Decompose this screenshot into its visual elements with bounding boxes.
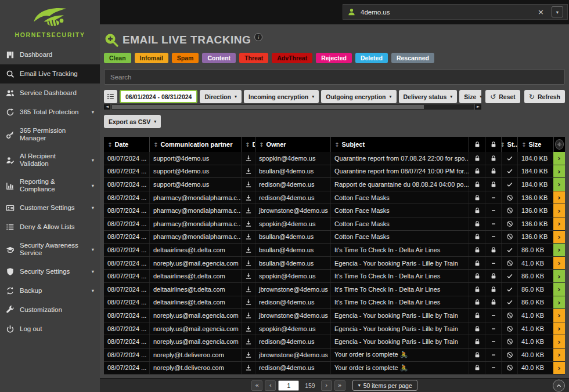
sidebar-item-reporting-compliance[interactable]: Reporting & Compliance ▾ (0, 173, 100, 198)
no-signature-icon (490, 207, 497, 214)
previous-page-button[interactable]: ‹ (265, 380, 276, 391)
scrollbar-thumb[interactable] (112, 105, 424, 109)
column-header-status[interactable]: ↕ St... (501, 137, 517, 152)
sidebar-item-backup[interactable]: Backup ▾ (0, 281, 100, 300)
filter-dropdown-incoming-encryption[interactable]: Incoming encryption ▾ (244, 90, 319, 103)
table-row[interactable]: 08/07/2024 ... pharmacy@mondialpharma.c.… (104, 217, 565, 231)
sidebar-item-dashboard[interactable]: Dashboard ▾ (0, 45, 100, 64)
column-header-partner[interactable]: ↕ Communication partner (149, 137, 241, 152)
sidebar-item-customer-settings[interactable]: Customer Settings ▾ (0, 198, 100, 217)
table-row[interactable]: 08/07/2024 ... deltaairlines@t.delta.com… (104, 283, 565, 296)
row-detail-button[interactable]: › (553, 244, 565, 256)
cell-direction (241, 152, 255, 165)
filter-chip-rescanned[interactable]: Rescanned (391, 53, 434, 63)
column-header-size[interactable]: ↕ Size (517, 137, 553, 152)
column-header-actions[interactable]: ↕ (553, 137, 565, 152)
row-detail-button[interactable]: › (553, 217, 565, 230)
reset-button[interactable]: ↺ Reset (485, 90, 520, 103)
table-row[interactable]: 08/07/2024 ... noreply.us@mail.egencia.c… (104, 309, 565, 322)
current-page-input[interactable] (278, 380, 299, 391)
table-row[interactable]: 08/07/2024 ... deltaairlines@t.delta.com… (104, 296, 565, 310)
column-header-direction[interactable]: ↕ Di... (241, 137, 255, 152)
sidebar-item-security-settings[interactable]: Security Settings ▾ (0, 262, 100, 281)
row-detail-button[interactable]: › (553, 270, 565, 282)
delivered-check-icon (506, 181, 513, 188)
sidebar-item-365-permission-manager[interactable]: 365 Permission Manager ▾ (0, 122, 100, 147)
sidebar-item-ai-recipient-validation[interactable]: AI Recipient Validation ▾ (0, 147, 100, 173)
sidebar-item-deny-allow-lists[interactable]: Deny & Allow Lists ▾ (0, 217, 100, 237)
info-icon[interactable]: i (254, 33, 262, 41)
row-detail-button[interactable]: › (553, 204, 565, 217)
scroll-right-icon[interactable]: ► (475, 104, 481, 110)
filter-dropdown-size[interactable]: Size ▾ (459, 90, 481, 103)
filter-chip-spam[interactable]: Spam (172, 53, 199, 63)
row-detail-button[interactable]: › (553, 362, 565, 375)
filter-chip-threat[interactable]: Threat (239, 53, 268, 63)
row-detail-button[interactable]: › (553, 283, 565, 296)
last-page-button[interactable]: » (334, 380, 345, 391)
sidebar-item-log-out[interactable]: Log out ▾ (0, 320, 100, 339)
sidebar-item-service-dashboard[interactable]: Service Dashboard ▾ (0, 84, 100, 103)
first-page-button[interactable]: « (251, 380, 262, 391)
scroll-to-top-button[interactable] (553, 379, 565, 391)
row-detail-button[interactable]: › (553, 191, 565, 204)
table-row[interactable]: 08/07/2024 ... noreply@t.deliveroo.com j… (104, 349, 565, 362)
encryption-lock-icon (474, 207, 481, 214)
row-detail-button[interactable]: › (553, 335, 565, 348)
export-csv-button[interactable]: Export as CSV ▾ (104, 115, 161, 128)
column-header-owner[interactable]: ↕ Owner (255, 137, 330, 152)
refresh-button[interactable]: ↻ Refresh (524, 90, 565, 103)
page-size-select[interactable]: ▾ 50 items per page (352, 380, 417, 391)
table-row[interactable]: 08/07/2024 ... noreply@t.deliveroo.com r… (104, 362, 565, 375)
close-icon[interactable]: × (535, 8, 547, 16)
date-range-button[interactable]: 06/01/2024 - 08/31/2024 (120, 90, 197, 103)
sidebar-item-email-live-tracking[interactable]: Email Live Tracking ▾ (0, 64, 100, 84)
row-detail-button[interactable]: › (553, 296, 565, 309)
row-detail-button[interactable]: › (553, 178, 565, 191)
table-row[interactable]: 08/07/2024 ... pharmacy@mondialpharma.c.… (104, 191, 565, 205)
row-detail-button[interactable]: › (553, 257, 565, 270)
row-detail-button[interactable]: › (553, 349, 565, 361)
table-row[interactable]: 08/07/2024 ... support@4demo.us bsullan@… (104, 165, 565, 179)
cell-subject: It's Time To Check In - Delta Air Lines (330, 244, 469, 256)
table-row[interactable]: 08/07/2024 ... support@4demo.us redison@… (104, 178, 565, 191)
filter-dropdown-outgoing-encryption[interactable]: Outgoing encryption ▾ (321, 90, 396, 103)
row-detail-button[interactable]: › (553, 322, 565, 335)
table-row[interactable]: 08/07/2024 ... deltaairlines@t.delta.com… (104, 270, 565, 283)
row-detail-button[interactable]: › (553, 165, 565, 178)
next-page-button[interactable]: › (321, 380, 332, 391)
filter-presets-button[interactable] (104, 90, 117, 103)
blocked-icon (506, 260, 513, 267)
column-header-encryption[interactable]: ↕ (469, 137, 485, 152)
sidebar-item-customization[interactable]: Customization ▾ (0, 300, 100, 320)
scroll-left-icon[interactable]: ◄ (104, 104, 110, 110)
filter-chip-advthreat[interactable]: AdvThreat (272, 53, 312, 63)
table-row[interactable]: 08/07/2024 ... noreply.us@mail.egencia.c… (104, 257, 565, 270)
row-detail-button[interactable]: › (553, 309, 565, 322)
filter-dropdown-direction[interactable]: Direction ▾ (200, 90, 242, 103)
sidebar-item-365-total-protection[interactable]: 365 Total Protection ▾ (0, 103, 100, 122)
filter-chip-deleted[interactable]: Deleted (355, 53, 388, 63)
table-row[interactable]: 08/07/2024 ... deltaairlines@t.delta.com… (104, 244, 565, 257)
cell-subject: It's Time To Check In - Delta Air Lines (330, 296, 469, 309)
table-row[interactable]: 08/07/2024 ... pharmacy@mondialpharma.c.… (104, 204, 565, 217)
filter-chip-infomail[interactable]: Infomail (135, 53, 168, 63)
filter-chip-clean[interactable]: Clean (104, 53, 131, 63)
column-header-signature[interactable]: ↕ (485, 137, 501, 152)
sidebar-item-security-awareness-service[interactable]: Security Awareness Service ▾ (0, 237, 100, 262)
table-row[interactable]: 08/07/2024 ... support@4demo.us spopkin@… (104, 152, 565, 165)
table-row[interactable]: 08/07/2024 ... noreply.us@mail.egencia.c… (104, 335, 565, 349)
table-row[interactable]: 08/07/2024 ... pharmacy@mondialpharma.c.… (104, 231, 565, 244)
row-detail-button[interactable]: › (553, 152, 565, 165)
column-header-date[interactable]: ↕ Date (104, 137, 149, 152)
search-input[interactable] (104, 69, 565, 85)
filter-chip-content[interactable]: Content (202, 53, 236, 63)
filter-dropdown-delivery-status[interactable]: Delivery status ▾ (399, 90, 458, 103)
table-row[interactable]: 08/07/2024 ... noreply.us@mail.egencia.c… (104, 322, 565, 336)
scrollbar-track[interactable] (111, 104, 474, 110)
account-selector[interactable]: 4demo.us × ▾ (343, 4, 568, 20)
chevron-down-icon[interactable]: ▾ (552, 6, 563, 17)
row-detail-button[interactable]: › (553, 231, 565, 244)
column-header-subject[interactable]: ↕ Subject (330, 137, 469, 152)
filter-chip-rejected[interactable]: Rejected (316, 53, 352, 63)
